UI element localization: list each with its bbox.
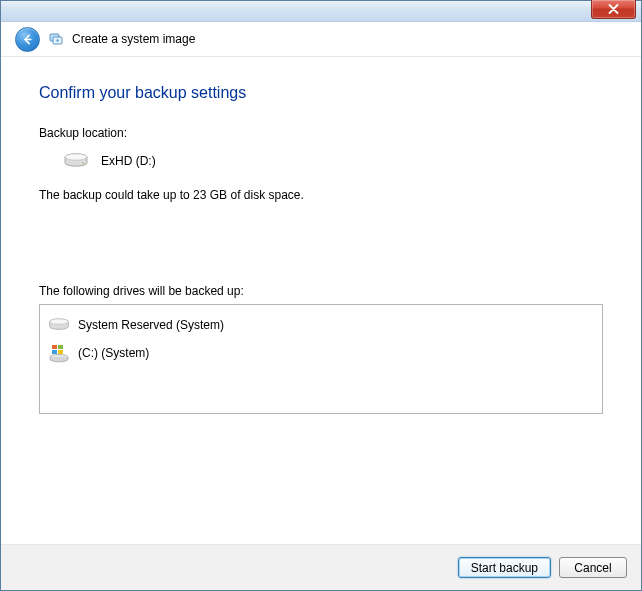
backup-location-label: Backup location: [39, 126, 603, 140]
drives-list: System Reserved (System) (C:) (System) [39, 304, 603, 414]
drive-list-item: System Reserved (System) [48, 311, 594, 339]
content-area: Confirm your backup settings Backup loca… [1, 58, 641, 544]
hard-drive-icon [63, 152, 89, 170]
space-estimate-text: The backup could take up to 23 GB of dis… [39, 188, 603, 202]
svg-point-5 [82, 162, 84, 163]
drive-name: System Reserved (System) [78, 318, 224, 332]
svg-rect-9 [52, 345, 57, 349]
hard-drive-icon [48, 317, 70, 333]
close-button[interactable] [591, 0, 636, 19]
svg-rect-11 [52, 350, 57, 354]
drive-name: (C:) (System) [78, 346, 149, 360]
start-backup-button[interactable]: Start backup [458, 557, 551, 578]
drives-list-label: The following drives will be backed up: [39, 284, 603, 298]
cancel-button[interactable]: Cancel [559, 557, 627, 578]
wizard-window: Create a system image Confirm your backu… [0, 0, 642, 591]
back-arrow-icon [21, 33, 34, 46]
windows-drive-icon [48, 343, 70, 363]
drive-list-item: (C:) (System) [48, 339, 594, 367]
svg-point-2 [56, 39, 58, 41]
close-icon [608, 4, 619, 14]
backup-location-value: ExHD (D:) [101, 154, 156, 168]
header-row: Create a system image [1, 22, 641, 57]
system-image-icon [48, 31, 64, 47]
svg-rect-12 [58, 350, 63, 354]
svg-rect-10 [58, 345, 63, 349]
header-title: Create a system image [72, 32, 195, 46]
page-title: Confirm your backup settings [39, 84, 603, 102]
backup-location-row: ExHD (D:) [39, 152, 603, 170]
back-button[interactable] [15, 27, 40, 52]
titlebar [1, 1, 641, 22]
svg-point-7 [50, 319, 69, 324]
footer-bar: Start backup Cancel [1, 544, 641, 590]
svg-point-4 [65, 154, 87, 160]
